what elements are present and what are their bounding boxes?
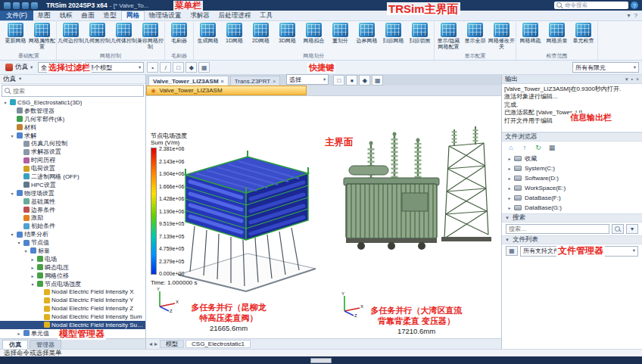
collapse-ribbon-icon[interactable]: ▾ (628, 12, 631, 19)
tree-item[interactable]: ▾节点电场强度 (0, 280, 145, 288)
edge-filter-icon[interactable]: / (160, 62, 171, 73)
menu-tab-3[interactable]: 曲面 (77, 11, 99, 20)
ribbon-button[interactable]: 网格修改开关 (488, 22, 515, 49)
tree-item[interactable]: Nodal Electric Field Intensity Y (0, 296, 145, 304)
panel-tab-1[interactable]: 仿真 (2, 340, 28, 349)
redo-icon[interactable] (31, 2, 38, 9)
menu-tab-9[interactable]: 工具 (255, 11, 277, 20)
element-filter-combo[interactable]: 所有有限元 ▾ (572, 62, 639, 73)
tree-item[interactable]: ▾求解 (0, 132, 145, 140)
selection-combo[interactable]: 选择 ▾ (286, 74, 329, 85)
output-log[interactable]: [Valve_Tower_LIZ3ASM]在0.9300秒内打开.激活对象进行编… (502, 84, 642, 132)
display-mode-icon[interactable]: ◆ (359, 75, 370, 86)
tree-item[interactable]: 电荷设置 (0, 164, 145, 173)
ribbon-button[interactable]: 毛刷器 (166, 22, 192, 49)
vertex-filter-icon[interactable]: • (147, 62, 158, 73)
ribbon-button[interactable]: 单元检查 (570, 22, 597, 49)
drive-item[interactable]: ▸收藏 (502, 154, 642, 163)
ribbon-button[interactable]: 更新网格 (2, 22, 29, 49)
expand-icon[interactable]: ▸ (30, 257, 36, 262)
up-icon[interactable]: ↑ (520, 144, 529, 151)
drive-item[interactable]: ▸System(C:) (502, 163, 642, 173)
collapse-icon[interactable]: ▾ (9, 191, 15, 196)
panel-tab-2[interactable]: 管理器 (30, 340, 61, 349)
tree-item[interactable]: Nodal Electric Field Intensity Z (0, 304, 145, 313)
expand-icon[interactable]: ▸ (30, 273, 36, 278)
tree-item[interactable]: ▾节点值 (0, 238, 145, 247)
tree-item[interactable]: ▸单元值 (0, 329, 145, 338)
transformer-model[interactable] (337, 117, 500, 269)
face-filter-icon[interactable]: □ (173, 62, 184, 73)
drive-item[interactable]: ▸DataBase(F:) (502, 193, 642, 203)
tree-item[interactable]: 初始条件 (0, 222, 145, 230)
filelist-section-header[interactable]: ▼ 文件列表 (502, 235, 642, 244)
view-icon[interactable]: ▦ (547, 144, 556, 151)
tree-item[interactable]: ▸电场 (0, 255, 145, 263)
ribbon-button[interactable]: 扫掠切面 (407, 22, 433, 49)
expand-icon[interactable]: ▸ (506, 185, 513, 191)
filter-target-combo[interactable]: 整个模型 ▾ (85, 62, 144, 73)
tree-item[interactable]: ▾结果分析 (0, 230, 145, 238)
tree-item[interactable]: 基础属性 (0, 198, 145, 206)
close-icon[interactable]: × (221, 79, 224, 84)
help-icon-small[interactable]: ? (634, 12, 637, 19)
viewport-bottom-tab[interactable]: 模型 (160, 340, 184, 348)
ribbon-button[interactable]: 网格稀疏 (517, 22, 544, 49)
expand-icon[interactable]: ▸ (506, 156, 513, 161)
viewport-tab[interactable]: ∗ Valve_Tower_LIZ3ASM (146, 86, 307, 95)
filetype-combo[interactable]: 所有支持文件 ▾ (520, 246, 638, 257)
section-view-icon[interactable]: ▦ (372, 75, 383, 86)
tree-item[interactable]: 求解器设置 (0, 148, 145, 156)
menu-tab-5[interactable]: 网格 (121, 11, 145, 20)
ribbon-button[interactable]: 兼容网格控制 (137, 22, 164, 49)
document-tab[interactable]: Trans.Z3PRT× (230, 76, 281, 86)
tree-item[interactable]: ▸瞬态电压 (0, 263, 145, 272)
ribbon-button[interactable]: 几何边控制 (58, 22, 84, 49)
filter-scope-combo[interactable]: 全部 ▾ (38, 62, 82, 73)
tree-item[interactable]: Nodal Electric Field Intensity X (0, 288, 145, 296)
tree-item[interactable]: 仿真几何控制 (0, 139, 145, 148)
ribbon-button[interactable]: 3D网格 (274, 22, 301, 49)
ribbon-button[interactable]: 显示全部 (462, 22, 488, 49)
save-icon[interactable] (13, 2, 20, 9)
viewport-canvas[interactable]: 节点电场强度 Sum (V/m) 2.381e+062.143e+061.904… (146, 96, 501, 338)
tree-item[interactable]: 时间历程 (0, 156, 145, 164)
hide-icon[interactable]: ● (346, 75, 357, 86)
tree-search-box[interactable] (2, 85, 144, 97)
expand-icon[interactable]: ▸ (506, 195, 513, 201)
tree-item[interactable]: Nodal Electric Field Intensity Sum (Cust (0, 321, 145, 329)
collapse-icon[interactable]: ▾ (2, 100, 8, 105)
ribbon-button[interactable]: 2D网格 (248, 22, 274, 49)
viewport-bottom-tab[interactable]: CSG_Electrostatic1 (185, 340, 251, 348)
ribbon-button[interactable]: 网格质量 (544, 22, 570, 49)
collapse-icon[interactable]: ▾ (30, 282, 36, 287)
menu-tab-4[interactable]: 造型 (99, 11, 121, 20)
refresh-icon[interactable]: ↻ (534, 144, 543, 151)
body-filter-icon[interactable]: ◆ (185, 62, 197, 73)
ribbon-button[interactable]: 几何面控制 (84, 22, 111, 49)
undo-icon[interactable] (22, 2, 29, 9)
drive-item[interactable]: ▸DataBase(G:) (502, 203, 642, 213)
tree-item[interactable]: HPC设置 (0, 181, 145, 189)
expand-icon[interactable]: ▸ (506, 176, 513, 181)
tree-item[interactable]: 激励 (0, 213, 145, 222)
menu-tab-8[interactable]: 后处理进程 (214, 11, 256, 20)
ribbon-button[interactable]: 边界网格 (354, 22, 380, 49)
ribbon-button[interactable]: 网格拟合 (301, 22, 327, 49)
assembly-filter-icon[interactable]: ▦ (198, 62, 210, 73)
tab-scroll-right-icon[interactable]: ▸ (154, 341, 157, 347)
ribbon-button[interactable]: 网格属性配置 (29, 22, 55, 49)
collapse-icon[interactable]: ▾ (16, 240, 22, 245)
tree-item[interactable]: ▾CSG_Electrostatic1(3D) (0, 98, 145, 107)
command-search-input[interactable]: 命令搜索 (554, 2, 628, 9)
tree-item[interactable]: Nodal Electric Field Intensity Sum (0, 313, 145, 321)
menu-tab-7[interactable]: 求解器 (185, 11, 214, 20)
help-icon[interactable]: ? (631, 2, 638, 9)
drive-item[interactable]: ▸WorkSpace(E:) (502, 183, 642, 193)
pin-icon[interactable]: ▾ (625, 76, 628, 82)
app-logo-icon[interactable] (4, 2, 11, 9)
file-search-input[interactable] (506, 224, 609, 234)
collapse-icon[interactable]: ▾ (9, 232, 15, 237)
float-icon[interactable]: ▪ (631, 76, 632, 82)
ribbon-button[interactable]: 显示/隐藏网格配置 (435, 22, 462, 49)
